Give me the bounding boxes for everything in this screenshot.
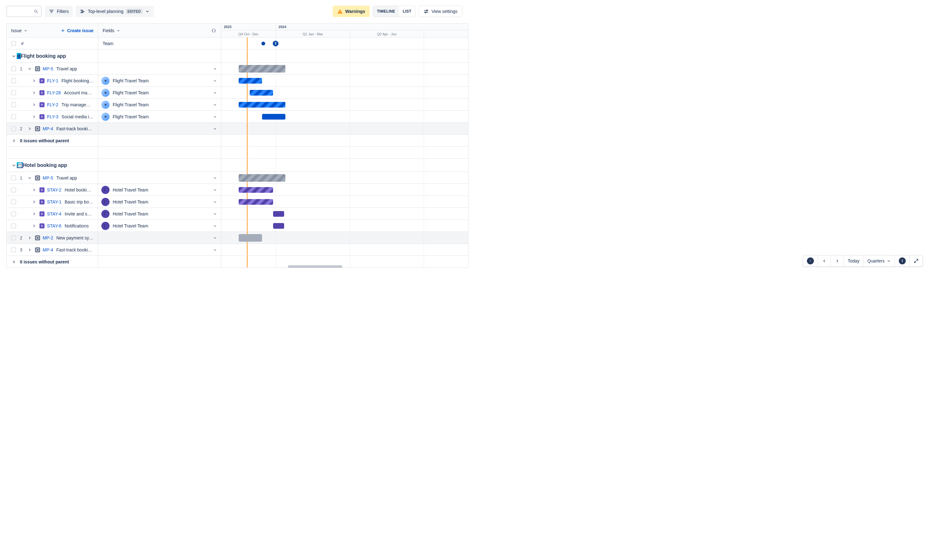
column-header-fields: Fields [98, 24, 221, 37]
issue-row: 2 MP-2 New payment system [7, 232, 98, 244]
row-toggle[interactable] [31, 211, 37, 217]
issue-key[interactable]: FLY-2 [47, 102, 59, 107]
timeline-bar[interactable] [273, 223, 284, 229]
row-toggle[interactable] [27, 66, 32, 72]
issue-key[interactable]: STAY-1 [47, 199, 62, 205]
row-more-button[interactable] [212, 90, 218, 95]
section-toggle[interactable] [11, 163, 17, 168]
timeline-bar[interactable] [239, 65, 286, 72]
row-more-button[interactable] [212, 114, 218, 120]
timeline-bar[interactable] [239, 187, 273, 193]
row-checkbox[interactable] [11, 223, 16, 228]
today-line [247, 244, 248, 255]
issue-row: 1 MP-5 Travel app [7, 172, 98, 184]
orphans-label: 0 issues without parent [20, 259, 69, 265]
orphans-row[interactable]: 0 issues without parent [7, 256, 98, 268]
row-checkbox[interactable] [11, 78, 16, 83]
issue-key[interactable]: MP-2 [43, 235, 53, 240]
team-avatar: ☾ [101, 210, 109, 218]
search-input-wrapper[interactable] [6, 6, 42, 17]
issue-summary: Account mana... [64, 90, 94, 95]
toggle-list[interactable]: LIST [399, 6, 415, 17]
row-more-button[interactable] [212, 78, 218, 84]
row-checkbox[interactable] [11, 247, 16, 252]
issue-key[interactable]: MP-5 [43, 66, 53, 71]
timeline-bar[interactable] [239, 78, 262, 84]
toggle-timeline[interactable]: TIMELINE [373, 6, 399, 17]
issue-header-sort[interactable]: Issue [11, 28, 28, 33]
issue-key[interactable]: MP-4 [43, 126, 53, 131]
orphans-toggle[interactable] [11, 138, 17, 143]
row-checkbox[interactable] [11, 188, 16, 192]
issue-key[interactable]: FLY-1 [47, 78, 59, 83]
timeline-bar[interactable] [250, 90, 273, 95]
issue-key[interactable]: FLY-28 [47, 90, 61, 95]
row-toggle[interactable] [27, 235, 32, 241]
row-checkbox[interactable] [11, 90, 16, 95]
row-checkbox[interactable] [11, 66, 16, 71]
row-toggle[interactable] [31, 223, 37, 229]
row-more-button[interactable] [212, 175, 218, 181]
row-toggle[interactable] [31, 114, 37, 120]
row-more-button[interactable] [212, 235, 218, 241]
section-toggle[interactable] [11, 53, 17, 59]
timeline-quarter: Q4 Oct - Dec [221, 30, 276, 37]
row-toggle[interactable] [31, 187, 37, 193]
create-issue-button[interactable]: Create issue [60, 28, 94, 33]
release-marker-badge[interactable]: 2 [273, 41, 279, 46]
row-toggle[interactable] [31, 102, 37, 108]
section-row: 📇 Hotel booking app [7, 159, 98, 172]
row-toggle[interactable] [31, 78, 37, 84]
row-more-button[interactable] [212, 187, 218, 193]
orphans-row[interactable]: 0 issues without parent [7, 135, 98, 147]
timeline-bar[interactable] [239, 199, 273, 205]
orphans-toggle[interactable] [11, 259, 17, 265]
timeline-bar[interactable] [239, 174, 286, 182]
row-checkbox[interactable] [11, 235, 16, 240]
fields-header-dropdown[interactable]: Fields [103, 28, 120, 33]
team-name: Flight Travel Team [113, 78, 149, 83]
row-more-button[interactable] [212, 247, 218, 253]
release-marker[interactable] [261, 42, 265, 45]
row-toggle[interactable] [27, 247, 32, 253]
issue-key[interactable]: MP-4 [43, 247, 53, 252]
timeline-bar[interactable] [262, 114, 285, 120]
timeline-bar[interactable] [273, 211, 284, 217]
row-checkbox[interactable] [11, 175, 16, 180]
issue-row: FLY-1 Flight booking a... [7, 75, 98, 87]
warnings-button[interactable]: Warnings [333, 6, 370, 17]
issue-row: 3 MP-4 Fast-track booking ... [7, 244, 98, 256]
row-toggle[interactable] [27, 126, 32, 132]
row-checkbox[interactable] [11, 102, 16, 107]
issue-key[interactable]: MP-5 [43, 175, 53, 180]
row-checkbox[interactable] [11, 199, 16, 205]
row-toggle[interactable] [31, 90, 37, 95]
row-checkbox[interactable] [11, 114, 16, 119]
team-cell: ☀ Flight Travel Team [101, 112, 212, 121]
plan-switcher[interactable]: Top-level planning EDITED [76, 6, 154, 17]
row-toggle[interactable] [31, 199, 37, 205]
collapse-columns-icon[interactable] [211, 28, 217, 34]
row-more-button[interactable] [212, 211, 218, 217]
issue-key[interactable]: STAY-4 [47, 211, 62, 217]
view-settings-button[interactable]: View settings [419, 6, 462, 17]
issue-key[interactable]: STAY-2 [47, 188, 62, 192]
select-all-checkbox[interactable] [11, 41, 16, 46]
issue-key[interactable]: FLY-3 [47, 114, 59, 119]
row-more-button[interactable] [212, 126, 218, 132]
issue-key[interactable]: STAY-6 [47, 223, 62, 228]
row-more-button[interactable] [212, 66, 218, 72]
row-checkbox[interactable] [11, 126, 16, 131]
timeline-bar[interactable] [239, 102, 286, 108]
today-line [247, 37, 248, 49]
row-toggle[interactable] [27, 175, 32, 181]
timeline-scrollbar[interactable] [288, 265, 342, 268]
row-more-button[interactable] [212, 223, 218, 229]
timeline-bar[interactable] [239, 234, 262, 242]
epic-type-icon [40, 90, 45, 95]
row-more-button[interactable] [212, 102, 218, 108]
row-more-button[interactable] [212, 199, 218, 205]
filters-button[interactable]: Filters [45, 6, 72, 17]
row-checkbox[interactable] [11, 211, 16, 217]
search-input[interactable] [9, 9, 34, 14]
